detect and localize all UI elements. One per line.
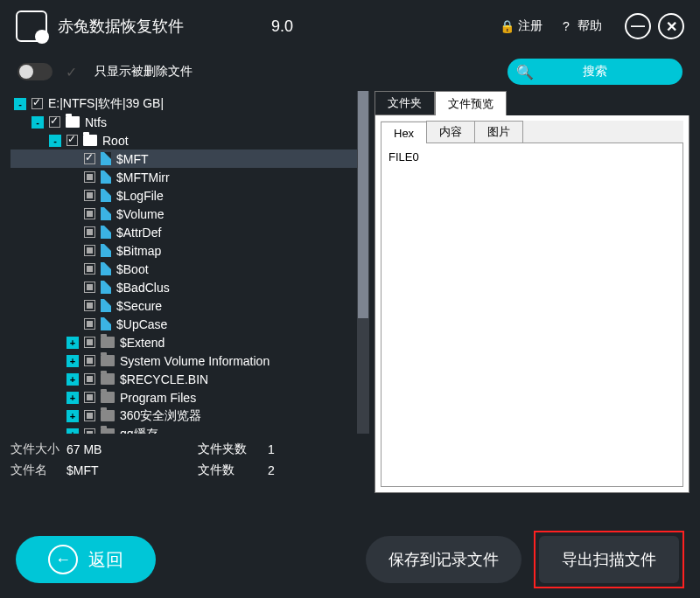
expand-toggle — [66, 208, 79, 220]
subtab-content[interactable]: 内容 — [426, 121, 475, 143]
export-scan-button[interactable]: 导出扫描文件 — [539, 536, 679, 583]
back-label: 返回 — [88, 548, 123, 572]
filesize-value: 67 MB — [66, 442, 198, 456]
tree-node[interactable]: -Root — [10, 131, 357, 150]
help-button[interactable]: ? 帮助 — [558, 18, 602, 34]
tree-node[interactable]: +$RECYCLE.BIN — [10, 370, 357, 388]
tree-checkbox[interactable] — [84, 373, 95, 385]
deleted-only-toggle[interactable] — [18, 63, 52, 80]
search-button[interactable]: 🔍 搜索 — [508, 59, 682, 85]
tree-node[interactable]: $Bitmap — [10, 241, 357, 260]
tree-checkbox[interactable] — [84, 318, 95, 330]
file-icon — [101, 226, 111, 239]
tree-checkbox[interactable] — [84, 245, 95, 256]
file-icon — [101, 299, 111, 312]
folder-icon — [101, 410, 115, 421]
expand-toggle[interactable]: + — [66, 355, 79, 367]
expand-toggle[interactable]: - — [32, 116, 44, 129]
tree-node-label: Program Files — [120, 391, 196, 405]
tree-checkbox[interactable] — [84, 428, 95, 434]
save-record-button[interactable]: 保存到记录文件 — [366, 536, 522, 583]
tree-checkbox[interactable] — [84, 171, 95, 183]
tree-node[interactable]: $Secure — [10, 296, 357, 315]
tree-node-label: $Extend — [120, 336, 164, 350]
tree-checkbox[interactable] — [32, 98, 43, 109]
expand-toggle — [66, 245, 79, 257]
tree-node[interactable]: $AttrDef — [10, 223, 357, 241]
folder-icon — [101, 373, 115, 385]
tree-checkbox[interactable] — [84, 300, 95, 311]
tree-node-label: $AttrDef — [116, 226, 161, 240]
tree-node[interactable]: $Volume — [10, 205, 357, 223]
expand-toggle[interactable]: + — [66, 392, 79, 404]
tree-node-label: E:|NTFS|软件|39 GB| — [48, 96, 164, 112]
file-icon — [101, 207, 111, 220]
tree-checkbox[interactable] — [49, 116, 60, 128]
expand-toggle[interactable]: + — [66, 373, 79, 386]
tree-node-label: $UpCase — [116, 317, 167, 331]
subtab-image[interactable]: 图片 — [474, 121, 523, 143]
tree-node[interactable]: $MFT — [10, 150, 357, 168]
export-highlight: 导出扫描文件 — [534, 531, 684, 588]
expand-toggle[interactable]: + — [66, 337, 79, 349]
tree-checkbox[interactable] — [84, 153, 95, 164]
expand-toggle — [66, 263, 79, 275]
expand-toggle — [66, 300, 79, 312]
expand-toggle — [66, 171, 79, 184]
expand-toggle[interactable]: - — [14, 98, 26, 110]
scrollbar-thumb[interactable] — [358, 91, 368, 318]
tree-checkbox[interactable] — [84, 282, 95, 293]
subtab-hex[interactable]: Hex — [381, 122, 427, 143]
deleted-only-label: 只显示被删除文件 — [94, 64, 192, 80]
expand-toggle[interactable]: + — [66, 410, 79, 422]
minimize-button[interactable]: — — [625, 13, 651, 39]
expand-toggle[interactable]: - — [49, 135, 61, 147]
tree-node[interactable]: +360安全浏览器 — [10, 407, 357, 425]
tab-folder[interactable]: 文件夹 — [374, 91, 435, 115]
register-button[interactable]: 🔒 注册 — [499, 18, 542, 34]
tree-checkbox[interactable] — [84, 226, 95, 238]
foldercount-value: 1 — [268, 442, 275, 456]
tree-checkbox[interactable] — [84, 337, 95, 348]
file-tree[interactable]: -E:|NTFS|软件|39 GB|-Ntfs-Root$MFT$MFTMirr… — [10, 91, 357, 434]
tree-node[interactable]: -Ntfs — [10, 113, 357, 131]
tree-node[interactable]: $MFTMirr — [10, 168, 357, 186]
preview-content: FILE0 — [381, 143, 683, 487]
register-label: 注册 — [518, 18, 542, 34]
file-icon — [101, 152, 111, 165]
tree-node[interactable]: +Program Files — [10, 388, 357, 407]
tree-checkbox[interactable] — [84, 190, 95, 201]
folder-icon — [66, 116, 80, 128]
tree-checkbox[interactable] — [84, 392, 95, 403]
tree-checkbox[interactable] — [84, 410, 95, 421]
folder-icon — [83, 135, 97, 146]
tree-node[interactable]: +$Extend — [10, 333, 357, 351]
tree-scrollbar[interactable] — [357, 91, 369, 434]
close-button[interactable]: ✕ — [658, 13, 684, 39]
tree-node[interactable]: -E:|NTFS|软件|39 GB| — [10, 94, 357, 113]
file-icon — [101, 317, 111, 330]
tree-node[interactable]: $BadClus — [10, 278, 357, 296]
expand-toggle — [66, 318, 79, 330]
tree-checkbox[interactable] — [84, 208, 95, 219]
tree-checkbox[interactable] — [66, 135, 78, 146]
tree-node[interactable]: $Boot — [10, 260, 357, 278]
tree-node-label: $BadClus — [116, 281, 170, 295]
tree-node[interactable]: +qq缓存 — [10, 425, 357, 434]
tree-node[interactable]: +System Volume Information — [10, 351, 357, 370]
tree-checkbox[interactable] — [84, 263, 95, 275]
back-button[interactable]: ← 返回 — [16, 536, 156, 583]
tree-node[interactable]: $LogFile — [10, 186, 357, 205]
tree-node[interactable]: $UpCase — [10, 315, 357, 333]
folder-icon — [101, 428, 115, 434]
file-icon — [101, 189, 111, 202]
tree-checkbox[interactable] — [84, 355, 95, 366]
expand-toggle — [66, 153, 79, 165]
help-icon: ? — [558, 18, 574, 34]
file-icon — [101, 281, 111, 294]
tree-node-label: 360安全浏览器 — [120, 408, 201, 424]
expand-toggle[interactable]: + — [66, 428, 79, 435]
tab-preview[interactable]: 文件预览 — [435, 91, 507, 115]
file-icon — [101, 170, 111, 184]
filename-value: $MFT — [66, 463, 198, 477]
